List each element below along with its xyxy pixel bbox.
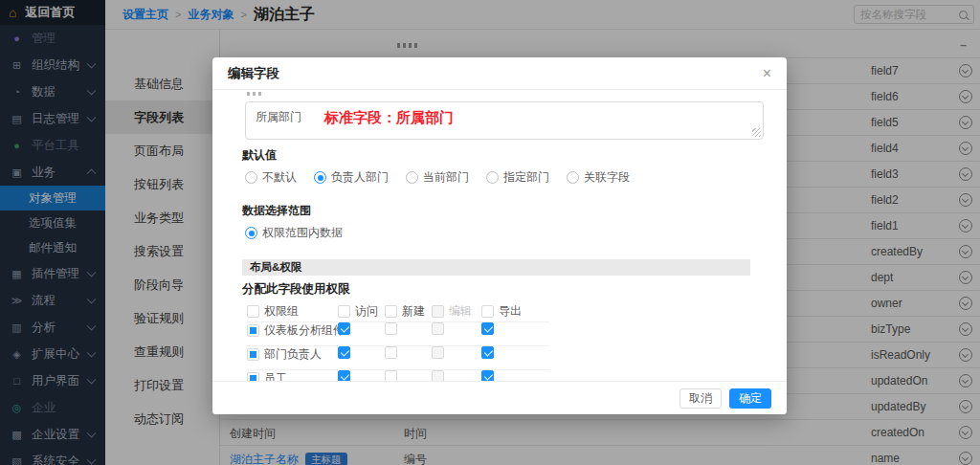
modal-footer: 取消 确定: [212, 381, 787, 414]
default-value-radio-option-1[interactable]: 负责人部门: [314, 169, 389, 186]
default-value-radio-option-2[interactable]: 当前部门: [406, 169, 469, 186]
permission-column-label: 访问: [355, 303, 378, 320]
permission-row-label: 仪表板分析组件: [264, 322, 345, 339]
modal-header: 编辑字段 ×: [212, 57, 787, 90]
ok-button[interactable]: 确定: [729, 388, 771, 409]
default-value-radio-option-3[interactable]: 指定部门: [486, 169, 549, 186]
checkbox-icon[interactable]: [338, 322, 350, 335]
radio-label: 当前部门: [423, 169, 469, 186]
radio-icon: [567, 171, 579, 184]
radio-label: 关联字段: [584, 169, 630, 186]
radio-label: 负责人部门: [331, 169, 389, 186]
permission-cell: [481, 346, 494, 359]
permission-column-label: 编辑: [449, 303, 472, 320]
permission-header-cell: 新建: [385, 303, 425, 320]
radio-icon: [406, 171, 418, 184]
data-scope-radio-group: 权限范围内数据: [245, 225, 760, 241]
permission-cell: [385, 346, 397, 359]
default-value-radio-group: 不默认负责人部门当前部门指定部门关联字段: [245, 169, 760, 186]
default-value-radio-option-0[interactable]: 不默认: [245, 169, 297, 186]
scroll-clipped-label: [247, 92, 760, 96]
permission-header-cell: 权限组: [247, 303, 299, 320]
cancel-button[interactable]: 取消: [679, 388, 722, 409]
checkbox-icon: [432, 322, 444, 335]
permission-header-cell: 导出: [481, 303, 522, 320]
permission-cell: [338, 322, 350, 335]
permission-header-cell: 编辑: [432, 303, 472, 320]
field-name-value: 所属部门: [256, 110, 301, 123]
checkbox-icon: [432, 305, 444, 318]
permission-column-label: 新建: [402, 303, 425, 320]
permission-cell: [338, 346, 350, 359]
permission-header-cell: 访问: [338, 303, 378, 320]
permission-row: 仪表板分析组件: [247, 322, 549, 346]
default-value-radio-option-4[interactable]: 关联字段: [567, 169, 630, 186]
permission-header-row: 权限组访问新建编辑导出: [247, 303, 549, 322]
permission-cell: 部门负责人: [247, 346, 322, 363]
radio-icon: [245, 171, 257, 184]
checkbox-icon[interactable]: [385, 305, 397, 318]
checkbox-icon: [432, 346, 444, 359]
checkbox-icon[interactable]: [481, 346, 494, 359]
checkbox-icon[interactable]: [247, 324, 259, 337]
data-scope-radio-option-0[interactable]: 权限范围内数据: [245, 225, 343, 241]
radio-label: 不默认: [262, 169, 297, 186]
permission-cell: [385, 322, 397, 335]
checkbox-icon[interactable]: [481, 322, 494, 335]
field-name-textarea[interactable]: 所属部门 标准字段：所属部门: [245, 101, 764, 140]
annotation-text: 标准字段：所属部门: [324, 109, 454, 127]
permission-table: 权限组访问新建编辑导出仪表板分析组件部门负责人员工部门管理员: [247, 303, 760, 382]
checkbox-icon[interactable]: [338, 346, 350, 359]
default-value-label: 默认值: [242, 147, 760, 164]
permission-cell: [432, 322, 444, 335]
edit-field-modal: 编辑字段 × 所属部门 标准字段：所属部门 默认值 不默认负责人部门当前部门指定…: [212, 57, 787, 414]
modal-body: 所属部门 标准字段：所属部门 默认值 不默认负责人部门当前部门指定部门关联字段 …: [212, 89, 787, 382]
radio-icon: [245, 227, 257, 239]
checkbox-icon[interactable]: [338, 305, 350, 318]
checkbox-icon[interactable]: [385, 346, 397, 359]
permission-cell: [432, 346, 444, 359]
permission-cell: 仪表板分析组件: [247, 322, 345, 339]
modal-title: 编辑字段: [228, 65, 279, 82]
checkbox-icon[interactable]: [385, 322, 397, 335]
permission-row: 部门负责人: [247, 346, 549, 370]
permission-column-label: 权限组: [264, 303, 299, 320]
radio-label: 权限范围内数据: [262, 225, 343, 241]
permission-column-label: 导出: [499, 303, 522, 320]
radio-label: 指定部门: [503, 169, 549, 186]
checkbox-icon[interactable]: [247, 305, 259, 318]
radio-icon: [486, 171, 499, 184]
assign-permission-label: 分配此字段使用权限: [242, 281, 760, 298]
layout-permission-section-bar: 布局&权限: [242, 259, 750, 276]
radio-icon: [314, 171, 326, 184]
checkbox-icon[interactable]: [481, 305, 494, 318]
permission-row-label: 部门负责人: [264, 346, 322, 363]
permission-cell: [481, 322, 494, 335]
close-icon[interactable]: ×: [763, 66, 771, 81]
data-scope-label: 数据选择范围: [242, 203, 760, 219]
checkbox-icon[interactable]: [247, 348, 259, 361]
